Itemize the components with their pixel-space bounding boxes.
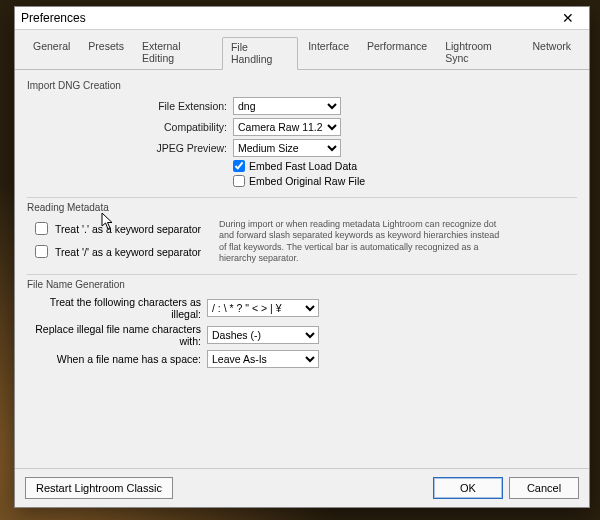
file-extension-select[interactable]: dng [233,97,341,115]
reading-metadata-checks: Treat '.' as a keyword separator Treat '… [31,219,201,261]
divider-2 [27,274,577,275]
preferences-dialog: Preferences ✕ General Presets External E… [14,6,590,508]
compatibility-select[interactable]: Camera Raw 11.2 and later [233,118,341,136]
replace-with-label: Replace illegal file name characters wit… [27,323,207,347]
tab-bar: General Presets External Editing File Ha… [15,30,589,70]
treat-slash-checkbox[interactable] [35,245,48,258]
dialog-footer: Restart Lightroom Classic OK Cancel [15,468,589,507]
space-handling-select[interactable]: Leave As-Is [207,350,319,368]
row-embed-fast-load: Embed Fast Load Data [233,160,577,172]
reading-metadata-row: Treat '.' as a keyword separator Treat '… [27,219,577,264]
close-icon[interactable]: ✕ [553,11,583,25]
treat-slash-label: Treat '/' as a keyword separator [55,246,201,258]
preferences-body: Import DNG Creation File Extension: dng … [15,70,589,468]
row-illegal-chars: Treat the following characters as illega… [27,296,577,320]
illegal-chars-select[interactable]: / : \ * ? " < > | ¥ [207,299,319,317]
row-jpeg-preview: JPEG Preview: Medium Size [27,139,577,157]
tab-interface[interactable]: Interface [300,37,357,70]
restart-button[interactable]: Restart Lightroom Classic [25,477,173,499]
section-reading-metadata: Reading Metadata [27,202,577,213]
illegal-chars-label: Treat the following characters as illega… [27,296,207,320]
embed-fast-load-label: Embed Fast Load Data [249,160,357,172]
row-replace-with: Replace illegal file name characters wit… [27,323,577,347]
row-treat-dot: Treat '.' as a keyword separator [31,219,201,238]
row-space-handling: When a file name has a space: Leave As-I… [27,350,577,368]
embed-fast-load-checkbox[interactable] [233,160,245,172]
row-embed-original: Embed Original Raw File [233,175,577,187]
row-compatibility: Compatibility: Camera Raw 11.2 and later [27,118,577,136]
space-handling-label: When a file name has a space: [27,353,207,365]
tab-performance[interactable]: Performance [359,37,435,70]
cancel-button[interactable]: Cancel [509,477,579,499]
ok-button[interactable]: OK [433,477,503,499]
tab-external-editing[interactable]: External Editing [134,37,220,70]
embed-original-checkbox[interactable] [233,175,245,187]
file-extension-label: File Extension: [27,100,233,112]
window-title: Preferences [21,11,553,25]
titlebar: Preferences ✕ [15,7,589,30]
row-treat-slash: Treat '/' as a keyword separator [31,242,201,261]
tab-network[interactable]: Network [524,37,579,70]
tab-lightroom-sync[interactable]: Lightroom Sync [437,37,522,70]
section-file-name-generation: File Name Generation [27,279,577,290]
replace-with-select[interactable]: Dashes (-) [207,326,319,344]
embed-original-label: Embed Original Raw File [249,175,365,187]
jpeg-preview-select[interactable]: Medium Size [233,139,341,157]
jpeg-preview-label: JPEG Preview: [27,142,233,154]
section-import-dng: Import DNG Creation [27,80,577,91]
tab-general[interactable]: General [25,37,78,70]
tab-presets[interactable]: Presets [80,37,132,70]
divider-1 [27,197,577,198]
row-file-extension: File Extension: dng [27,97,577,115]
reading-metadata-note: During import or when reading metadata L… [219,219,509,264]
tab-file-handling[interactable]: File Handling [222,37,298,70]
treat-dot-label: Treat '.' as a keyword separator [55,223,201,235]
treat-dot-checkbox[interactable] [35,222,48,235]
compatibility-label: Compatibility: [27,121,233,133]
